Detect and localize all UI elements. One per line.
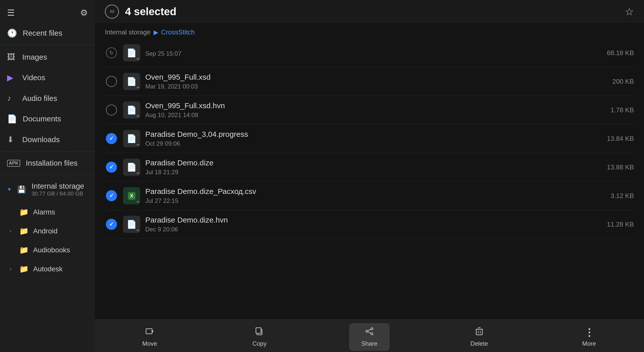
file-list: ↻ 📄 ✏ Sep 25 15:07 68.18 KB 📄 ✏ (95, 39, 644, 319)
sidebar-label-images: Images (22, 53, 47, 61)
chevron-icon-2: › (10, 266, 15, 272)
sidebar-item-installation[interactable]: APK Installation files (0, 153, 95, 173)
star-icon: ☆ (625, 6, 634, 17)
star-button[interactable]: ☆ (625, 6, 634, 17)
table-row[interactable]: ↻ 📄 ✏ Sep 25 15:07 68.18 KB (105, 39, 634, 67)
checkbox-checked[interactable] (106, 190, 117, 201)
copy-icon (255, 327, 264, 338)
folder-icon-audiobooks: 📁 (19, 246, 29, 254)
file-name: Paradise Demo_3,04.progress (145, 130, 596, 139)
file-size: 1.78 KB (601, 106, 634, 114)
more-button[interactable]: ⋮ More (569, 323, 609, 351)
edit-badge: ✏ (137, 200, 140, 204)
bottom-action-bar: Move Copy Share (95, 319, 644, 352)
folder-label-autodesk: Autodesk (33, 265, 63, 273)
sidebar-label-recent: Recent files (23, 29, 62, 37)
edit-badge: ✏ (137, 114, 140, 118)
share-label: Share (361, 340, 377, 347)
delete-label: Delete (470, 340, 488, 347)
audio-icon: ♪ (7, 94, 17, 103)
file-type-icon: 📄 (127, 219, 137, 229)
file-date: Aug 10, 2021 14:08 (145, 112, 596, 119)
file-type-icon: 📄 (127, 77, 137, 86)
checkbox-checked[interactable] (106, 133, 117, 144)
edit-badge: ✏ (137, 143, 140, 147)
checkbox-unchecked[interactable] (106, 104, 117, 116)
sidebar-item-images[interactable]: 🖼 Images (0, 47, 95, 67)
svg-line-7 (368, 332, 371, 333)
sidebar-item-audiobooks[interactable]: 📁 Audiobooks (0, 240, 95, 259)
csv-icon: X (128, 192, 135, 200)
checkbox-checked[interactable] (106, 162, 117, 173)
copy-label: Copy (252, 340, 267, 347)
sidebar-item-alarms[interactable]: 📁 Alarms (0, 203, 95, 222)
table-row[interactable]: 📄 ✏ Oven_995_Full.xsd Mar 19, 2021 00:03… (105, 67, 634, 96)
checkbox-partial[interactable]: ↻ (106, 47, 117, 58)
file-name: Paradise Demo.dize_Расход.csv (145, 187, 596, 196)
sidebar-item-recent-files[interactable]: 🕐 Recent files (0, 23, 95, 43)
breadcrumb-folder[interactable]: CrossStitch (161, 28, 195, 36)
sidebar-item-autodesk[interactable]: › 📁 Autodesk (0, 259, 95, 278)
copy-button[interactable]: Copy (239, 323, 280, 351)
menu-button[interactable]: ☰ (7, 8, 15, 18)
sidebar-item-documents[interactable]: 📄 Documents (0, 108, 95, 129)
file-size: 13.84 KB (601, 135, 634, 143)
svg-rect-2 (256, 328, 261, 333)
sidebar-header: ☰ ⚙ (0, 0, 95, 23)
sidebar-item-videos[interactable]: ▶ Videos (0, 67, 95, 88)
checkbox-checked[interactable] (106, 219, 117, 230)
sidebar-item-android[interactable]: › 📁 Android (0, 222, 95, 240)
move-button[interactable]: Move (129, 323, 170, 351)
sidebar-label-audio: Audio files (22, 94, 57, 103)
more-label: More (582, 340, 596, 347)
file-date: Oct 29 09:06 (145, 140, 596, 147)
sidebar-item-audio[interactable]: ♪ Audio files (0, 88, 95, 108)
svg-point-5 (371, 333, 373, 335)
folder-label-alarms: Alarms (33, 208, 55, 216)
edit-badge: ✏ (137, 57, 140, 61)
breadcrumb-arrow: ▶ (154, 29, 158, 36)
sidebar-label-installation: Installation files (26, 159, 78, 167)
table-row[interactable]: X ✏ Paradise Demo.dize_Расход.csv Jul 27… (105, 182, 634, 210)
all-label: All (110, 10, 114, 14)
file-type-icon: 📄 (127, 48, 137, 58)
table-row[interactable]: 📄 ✏ Paradise Demo.dize.hvn Dec 9 20:06 1… (105, 210, 634, 239)
delete-button[interactable]: Delete (459, 323, 499, 351)
edit-badge: ✏ (137, 85, 140, 90)
table-row[interactable]: 📄 ✏ Paradise Demo.dize Jul 18 21:29 13.8… (105, 153, 634, 182)
svg-line-6 (368, 329, 371, 331)
breadcrumb: Internal storage ▶ CrossStitch (95, 23, 644, 39)
table-row[interactable]: 📄 ✏ Oven_995_Full.xsd.hvn Aug 10, 2021 1… (105, 96, 634, 124)
select-all-button[interactable]: All (105, 5, 119, 19)
folder-label-audiobooks: Audiobooks (33, 246, 70, 254)
table-row[interactable]: 📄 ✏ Paradise Demo_3,04.progress Oct 29 0… (105, 124, 634, 153)
folder-label-android: Android (33, 227, 58, 235)
folder-icon-android: 📁 (19, 227, 29, 235)
downloads-icon: ⬇ (7, 135, 17, 144)
divider-1 (0, 45, 95, 45)
file-date: Jul 18 21:29 (145, 169, 596, 176)
divider-2 (0, 151, 95, 152)
sidebar-item-downloads[interactable]: ⬇ Downloads (0, 129, 95, 150)
file-name: Paradise Demo.dize.hvn (145, 216, 596, 224)
images-icon: 🖼 (7, 52, 17, 62)
file-name: Oven_995_Full.xsd (145, 73, 596, 81)
share-button[interactable]: Share (349, 323, 390, 351)
storage-icon: 💾 (17, 185, 26, 194)
move-label: Move (142, 340, 157, 347)
more-icon: ⋮ (584, 326, 594, 338)
edit-badge: ✏ (137, 228, 140, 232)
file-thumbnail: X ✏ (123, 187, 140, 204)
folder-icon: 📁 (19, 208, 29, 216)
settings-button[interactable]: ⚙ (80, 8, 88, 18)
menu-icon: ☰ (7, 8, 15, 18)
edit-badge: ✏ (137, 171, 140, 175)
file-name: Oven_995_Full.xsd.hvn (145, 101, 596, 110)
breadcrumb-storage[interactable]: Internal storage (105, 28, 151, 36)
file-thumbnail: 📄 ✏ (123, 130, 140, 147)
sidebar-label-downloads: Downloads (22, 135, 60, 144)
selected-count-label: 4 selected (125, 6, 176, 18)
sidebar-item-internal-storage[interactable]: ▼ 💾 Internal storage 30.77 GB / 64.00 GB (0, 176, 95, 203)
documents-icon: 📄 (7, 114, 17, 124)
checkbox-unchecked[interactable] (106, 76, 117, 87)
